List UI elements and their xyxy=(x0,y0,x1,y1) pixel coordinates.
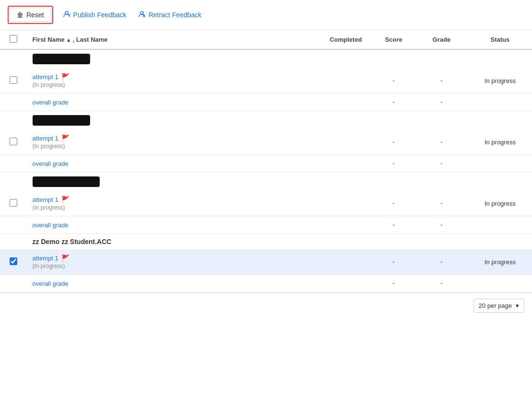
score-value: - xyxy=(393,138,395,146)
overall-status-cell xyxy=(468,275,532,292)
overall-grade-value: - xyxy=(440,221,443,229)
score-value: - xyxy=(393,199,395,207)
header-checkbox-cell xyxy=(0,30,27,49)
overall-score-value: - xyxy=(393,98,395,106)
score-value: - xyxy=(393,77,395,84)
attempt-row: attempt 1 🚩 (In progress) - - In progres… xyxy=(0,191,532,216)
overall-grade-link[interactable]: overall grade xyxy=(33,160,69,167)
overall-label-cell: overall grade xyxy=(27,155,320,173)
student-name-row: zz Demo zz Student.ACC xyxy=(0,234,532,250)
attempt-grade-cell: - xyxy=(415,129,468,155)
overall-completed-cell xyxy=(319,275,372,292)
overall-score-cell: - xyxy=(372,155,415,173)
reset-btn-wrapper: 🗑 Reset xyxy=(8,6,53,24)
overall-grade-link[interactable]: overall grade xyxy=(33,222,69,229)
attempt-checkbox[interactable] xyxy=(10,199,17,207)
overall-score-cell: - xyxy=(372,93,415,111)
attempt-score-cell: - xyxy=(372,129,415,155)
overall-checkbox-cell xyxy=(0,216,27,234)
svg-point-1 xyxy=(140,12,143,14)
attempt-checkbox-cell[interactable] xyxy=(0,129,27,155)
attempt-completed-cell xyxy=(319,191,372,216)
select-all-checkbox[interactable] xyxy=(10,35,17,43)
student-name-text: zz Demo zz Student.ACC xyxy=(33,238,112,245)
overall-completed-cell xyxy=(319,155,372,173)
attempt-link[interactable]: attempt 1 xyxy=(33,255,58,262)
overall-grade-row: overall grade - - xyxy=(0,93,532,111)
overall-completed-cell xyxy=(319,93,372,111)
student-name-cell xyxy=(27,49,532,68)
attempt-checkbox-cell[interactable] xyxy=(0,68,27,93)
student-name-row xyxy=(0,173,532,191)
status-column-header: Status xyxy=(468,30,532,49)
name-separator: , Last Name xyxy=(73,36,108,43)
overall-grade-row: overall grade - - xyxy=(0,275,532,292)
chevron-down-icon: ▾ xyxy=(516,302,519,309)
publish-feedback-button[interactable]: Publish Feedback xyxy=(61,8,128,23)
overall-grade-link[interactable]: overall grade xyxy=(33,280,69,287)
flag-icon: 🚩 xyxy=(61,134,69,142)
status-value: In progress xyxy=(485,139,516,146)
attempt-row: attempt 1 🚩 (In progress) - - In progres… xyxy=(0,129,532,155)
grade-value: - xyxy=(440,138,443,146)
overall-grade-cell: - xyxy=(415,275,468,292)
attempt-status-text: (In progress) xyxy=(33,82,314,88)
reset-button[interactable]: 🗑 Reset xyxy=(10,8,51,22)
attempt-checkbox-cell[interactable]: ➤ xyxy=(0,249,27,275)
overall-grade-value: - xyxy=(440,160,443,167)
publish-feedback-label: Publish Feedback xyxy=(73,11,127,19)
sort-asc-icon: ▲ xyxy=(66,37,71,43)
student-name-row-checkbox-cell xyxy=(0,173,27,191)
flag-icon: 🚩 xyxy=(61,196,69,203)
overall-checkbox-cell xyxy=(0,93,27,111)
attempt-checkbox-cell[interactable] xyxy=(0,191,27,216)
attempt-checkbox[interactable] xyxy=(10,138,17,145)
attempt-completed-cell xyxy=(319,129,372,155)
attempt-link[interactable]: attempt 1 xyxy=(33,135,58,142)
overall-grade-row: overall grade - - xyxy=(0,216,532,234)
overall-grade-link[interactable]: overall grade xyxy=(33,99,69,106)
per-page-selector[interactable]: 20 per page ▾ xyxy=(474,299,524,313)
retract-feedback-button[interactable]: Retract Feedback xyxy=(136,8,204,23)
overall-score-cell: - xyxy=(372,216,415,234)
attempt-status-cell: In progress xyxy=(468,129,532,155)
attempt-status-cell: In progress xyxy=(468,68,532,93)
publish-icon xyxy=(63,11,70,20)
redacted-name xyxy=(33,115,90,126)
status-value: In progress xyxy=(485,258,516,266)
overall-completed-cell xyxy=(319,216,372,234)
overall-grade-cell: - xyxy=(415,216,468,234)
flag-icon: 🚩 xyxy=(61,254,69,262)
completed-column-header: Completed xyxy=(319,30,372,49)
status-value: In progress xyxy=(485,200,516,207)
first-name-label: First Name xyxy=(33,36,65,43)
attempt-grade-cell: - xyxy=(415,68,468,93)
attempt-score-cell: - xyxy=(372,249,415,275)
grade-column-header: Grade xyxy=(415,30,468,49)
attempt-status-text: (In progress) xyxy=(33,143,314,150)
attempt-completed-cell xyxy=(319,68,372,93)
attempt-checkbox[interactable] xyxy=(10,76,17,84)
name-column-header[interactable]: First Name ▲ , Last Name xyxy=(27,30,320,49)
overall-score-cell: - xyxy=(372,275,415,292)
attempt-checkbox[interactable] xyxy=(10,257,17,265)
student-name-cell: zz Demo zz Student.ACC xyxy=(27,234,532,250)
grade-value: - xyxy=(440,199,443,207)
attempt-link[interactable]: attempt 1 xyxy=(33,196,58,203)
overall-grade-value: - xyxy=(440,280,443,287)
overall-status-cell xyxy=(468,216,532,234)
reset-label: Reset xyxy=(26,11,44,19)
retract-feedback-label: Retract Feedback xyxy=(149,11,202,19)
attempt-status-text: (In progress) xyxy=(33,204,314,211)
attempt-row: attempt 1 🚩 (In progress) - - In progres… xyxy=(0,68,532,93)
per-page-label: 20 per page xyxy=(479,302,512,309)
attempt-name-cell: attempt 1 🚩 (In progress) xyxy=(27,191,320,216)
svg-point-0 xyxy=(65,12,68,14)
grades-table-container: First Name ▲ , Last Name Completed Score… xyxy=(0,30,532,292)
attempt-link[interactable]: attempt 1 xyxy=(33,73,58,81)
overall-grade-cell: - xyxy=(415,155,468,173)
redacted-name xyxy=(33,54,90,64)
overall-label-cell: overall grade xyxy=(27,216,320,234)
attempt-grade-cell: - xyxy=(415,249,468,275)
overall-checkbox-cell xyxy=(0,275,27,292)
